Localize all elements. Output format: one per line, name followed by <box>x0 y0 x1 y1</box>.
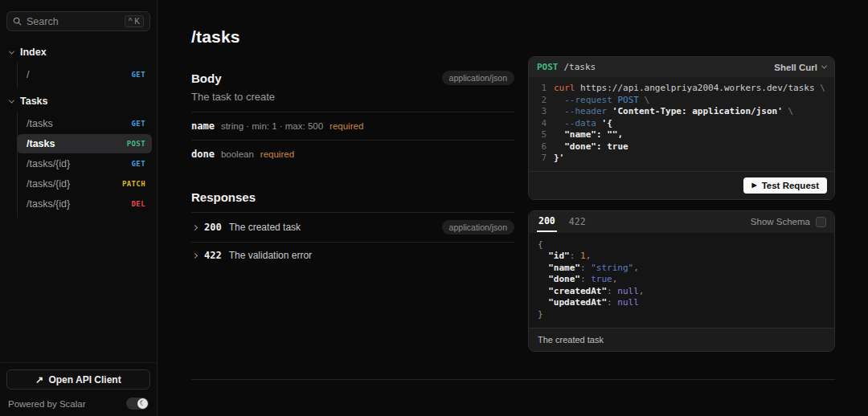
json-token: "createdAt" <box>538 286 607 298</box>
client-selector-label: Shell Curl <box>774 63 817 72</box>
code-token: --data <box>554 118 602 128</box>
json-token: null <box>617 297 639 309</box>
required-badge: required <box>330 121 363 131</box>
code-token: '{ <box>602 118 612 128</box>
show-schema-label: Show Schema <box>751 217 810 226</box>
scalar-api-reference-app: Search ^ K Index/GETTasks/tasksGET/tasks… <box>0 0 868 416</box>
code-tokens: --data '{ <box>554 118 612 130</box>
method-badge: GET <box>132 71 145 79</box>
response-row-422[interactable]: 422The validation error <box>191 242 514 268</box>
sidebar-item-tasksid-get[interactable]: /tasks/{id}GET <box>17 154 152 173</box>
code-line: 7}' <box>537 153 826 165</box>
json-line: "name": "string", <box>538 263 825 275</box>
json-line: { <box>538 239 825 251</box>
code-token: POST <box>617 95 639 105</box>
main-content: /tasks Body application/json The task to… <box>158 0 868 416</box>
json-token: : <box>580 263 591 275</box>
sidebar-item-tasksid-patch[interactable]: /tasks/{id}PATCH <box>17 174 152 194</box>
code-line: 5 "name": "", <box>537 129 826 141</box>
test-request-button[interactable]: ▶ Test Request <box>743 177 827 194</box>
json-token: , <box>639 286 645 298</box>
json-token: } <box>538 309 543 321</box>
response-example-panel: 200 422 Show Schema { "id": 1, "name": "… <box>528 210 835 353</box>
method-badge: POST <box>127 140 145 148</box>
chevron-down-icon <box>9 97 14 103</box>
json-line: "updatedAt": null <box>538 297 825 309</box>
response-json-block: { "id": 1, "name": "string", "done": tru… <box>529 233 834 328</box>
code-line: 1curl https://api.angelpriya2004.workers… <box>537 83 826 95</box>
sidebar-nav: Index/GETTasks/tasksGET/tasksPOST/tasks/… <box>0 39 157 218</box>
external-link-icon: ↗ <box>35 374 43 385</box>
endpoint-path: /tasks/{id} <box>27 198 70 210</box>
play-icon: ▶ <box>751 181 756 189</box>
dark-mode-toggle[interactable]: ☾ <box>126 398 149 410</box>
response-row-200[interactable]: 200The created taskapplication/json <box>191 212 514 242</box>
code-line: 2 --request POST \ <box>537 95 826 107</box>
json-token: , <box>612 274 618 286</box>
response-desc: The validation error <box>229 250 514 261</box>
show-schema-toggle[interactable] <box>816 217 826 227</box>
content-type-badge: application/json <box>442 220 514 235</box>
line-number: 6 <box>537 141 547 153</box>
line-number: 1 <box>537 83 547 95</box>
code-token: "done": true <box>554 141 628 152</box>
json-line: "createdAt": null, <box>538 286 825 298</box>
body-section: Body application/json The task to create… <box>191 71 514 168</box>
endpoint-path: / <box>27 69 29 80</box>
code-token: \ <box>820 83 825 93</box>
sidebar-item-tasks-post[interactable]: /tasksPOST <box>17 134 152 153</box>
powered-by-label: Powered by Scalar <box>8 399 86 409</box>
sidebar-item-tasksid-del[interactable]: /tasks/{id}DEL <box>17 194 152 214</box>
tab-200[interactable]: 200 <box>537 212 557 232</box>
powered-row: Powered by Scalar ☾ <box>0 394 157 416</box>
line-number: 4 <box>537 118 547 130</box>
page-title: /tasks <box>191 27 514 47</box>
line-number: 3 <box>537 106 547 118</box>
json-token: "done" <box>538 274 580 286</box>
sidebar-item-tasks-get[interactable]: /tasksGET <box>17 114 152 133</box>
required-badge: required <box>260 149 294 159</box>
search-input[interactable]: Search ^ K <box>6 11 150 31</box>
section-divider <box>191 379 835 380</box>
endpoint-path: /tasks <box>27 118 53 129</box>
json-token: : <box>580 274 591 286</box>
json-token: , <box>633 263 639 275</box>
toggle-knob: ☾ <box>137 398 148 409</box>
open-api-client-label: Open API Client <box>48 374 121 385</box>
client-selector-dropdown[interactable]: Shell Curl <box>774 63 826 72</box>
code-token: https://api.angelpriya2004.workers.dev/t… <box>575 83 821 93</box>
request-example-panel: POST /tasks Shell Curl 1curl https://api… <box>528 56 835 200</box>
field-row-name: namestring · min: 1 · max: 500required <box>191 112 514 140</box>
request-panel-header: POST /tasks Shell Curl <box>529 57 834 77</box>
response-panel-header: 200 422 Show Schema <box>529 211 834 233</box>
json-token: "id" <box>538 251 570 263</box>
open-api-client-button[interactable]: ↗ Open API Client <box>6 369 150 389</box>
request-panel-footer: ▶ Test Request <box>529 171 834 199</box>
code-token: \ <box>639 95 649 105</box>
section-label: Index <box>20 47 47 58</box>
field-name: done <box>191 149 215 160</box>
body-heading: Body <box>191 71 222 85</box>
response-code: 422 <box>204 250 222 261</box>
sidebar-section-index[interactable]: Index <box>0 39 157 63</box>
line-number: 5 <box>537 129 547 141</box>
method-badge: PATCH <box>122 180 145 188</box>
code-line: 6 "done": true <box>537 141 826 153</box>
sidebar-section-items: /GET <box>17 63 157 88</box>
sidebar-item--get[interactable]: /GET <box>17 65 152 84</box>
endpoint-path: /tasks <box>27 138 55 149</box>
code-tokens: --request POST \ <box>554 95 649 107</box>
json-token: null <box>617 286 639 298</box>
sidebar: Search ^ K Index/GETTasks/tasksGET/tasks… <box>0 0 158 416</box>
json-token: : <box>607 297 617 309</box>
responses-section: Responses 200The created taskapplication… <box>191 190 514 268</box>
code-token: curl <box>554 83 575 93</box>
code-tokens: }' <box>554 153 564 165</box>
code-line: 3 --header 'Content-Type: application/js… <box>537 106 826 118</box>
json-token: true <box>591 274 612 286</box>
json-token: 1 <box>580 251 586 263</box>
examples-column: POST /tasks Shell Curl 1curl https://api… <box>528 0 835 416</box>
tab-422[interactable]: 422 <box>567 213 588 231</box>
sidebar-section-tasks[interactable]: Tasks <box>0 88 157 112</box>
json-token: { <box>538 239 543 251</box>
